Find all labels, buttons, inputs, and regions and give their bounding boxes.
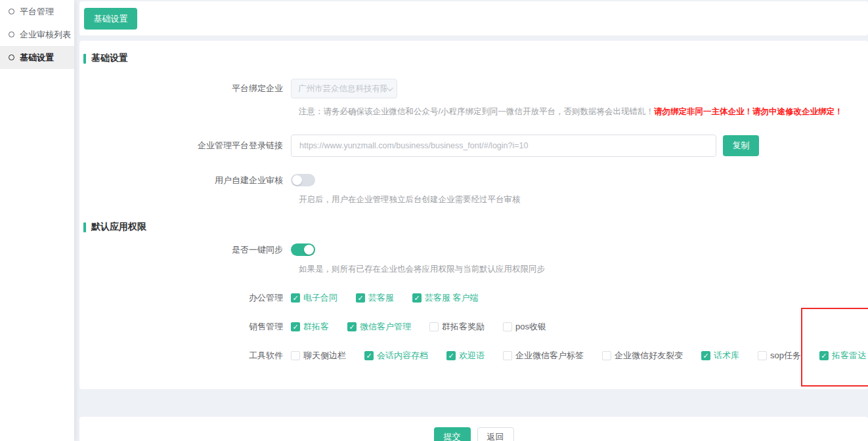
platform-company-label: 平台绑定企业 [83,83,291,94]
section-accent-bar [83,222,86,232]
checkbox-item-customer-radar[interactable]: 拓客雷达 [819,350,866,362]
checkbox-group: 电子合同 芸客服 芸客服 客户端 [291,292,479,304]
footer-action-bar: 提交 返回 [79,417,868,441]
permission-group-label: 办公管理 [83,292,291,304]
platform-company-note: 注意：请务必确保该企业微信和公众号/小程序绑定到同一微信开放平台，否则数据将会出… [299,106,868,117]
checkbox-checked-icon [356,293,365,303]
sidebar-item-enterprise-audit-list[interactable]: 企业审核列表 [0,23,74,46]
checkbox-item[interactable]: 企业微信客户标签 [503,350,584,362]
red-highlight-annotation-box [801,308,868,387]
platform-company-select[interactable]: 广州市芸众信息科技有限公 [291,79,397,98]
checkbox-unchecked-icon [758,351,767,360]
login-link-row: 企业管理平台登录链接 复制 [83,135,868,157]
checkbox-item[interactable]: 聊天侧边栏 [291,350,346,362]
checkbox-label: 群拓客奖励 [442,321,485,333]
permission-group-tools: 工具软件 聊天侧边栏 会话内容存档 欢迎语 企业微信客户标签 [83,350,868,362]
copy-button[interactable]: 复制 [723,135,759,156]
section-title-text: 基础设置 [91,52,128,64]
checkbox-label: 欢迎语 [459,350,485,362]
settings-form-card: 基础设置 平台绑定企业 广州市芸众信息科技有限公 注意：请务必确保该企业微信和公… [79,41,868,389]
checkbox-label: 会话内容存档 [377,350,428,362]
sidebar-item-platform-management[interactable]: 平台管理 [0,0,74,23]
checkbox-checked-icon [819,351,829,360]
checkbox-label: 电子合同 [303,292,337,304]
user-audit-note: 开启后，用户在企业管理独立后台创建企业需要经过平台审核 [299,194,868,205]
checkbox-unchecked-icon [503,351,512,360]
checkbox-unchecked-icon [291,351,300,360]
radio-circle-icon [9,54,14,60]
checkbox-label: 话术库 [714,350,739,362]
permission-group-label: 销售管理 [83,321,291,333]
login-link-label: 企业管理平台登录链接 [83,140,291,152]
radio-circle-icon [9,32,14,37]
sync-label: 是否一键同步 [83,244,291,256]
sidebar-item-label: 平台管理 [20,6,54,18]
checkbox-item[interactable]: sop任务 [758,350,801,362]
user-audit-label: 用户自建企业审核 [83,175,291,186]
toggle-knob [304,245,314,255]
back-button[interactable]: 返回 [477,427,514,441]
checkbox-item[interactable]: 话术库 [701,350,739,362]
checkbox-checked-icon [446,351,456,360]
checkbox-label: 芸客服 客户端 [425,292,479,304]
chevron-down-icon [387,85,393,91]
toggle-knob [292,175,302,185]
user-audit-row: 用户自建企业审核 [83,174,868,186]
note-text: 注意：请务必确保该企业微信和公众号/小程序绑定到同一微信开放平台，否则数据将会出… [299,107,654,116]
sync-row: 是否一键同步 [83,243,868,256]
checkbox-item[interactable]: 会话内容存档 [364,350,428,362]
sidebar-item-label: 基础设置 [20,52,54,64]
checkbox-checked-icon [364,351,374,360]
checkbox-checked-icon [291,293,300,303]
checkbox-label: 微信客户管理 [360,321,411,333]
select-value: 广州市芸众信息科技有限公 [298,83,387,94]
checkbox-item[interactable]: 芸客服 [356,292,394,304]
checkbox-item[interactable]: 微信客户管理 [347,321,411,333]
radio-circle-icon [9,9,14,14]
checkbox-checked-icon [291,322,300,331]
tab-bar-card: 基础设置 [79,1,868,35]
checkbox-group: 聊天侧边栏 会话内容存档 欢迎语 企业微信客户标签 企业微信好友裂变 [291,350,866,362]
permission-group-label: 工具软件 [83,350,291,362]
checkbox-label: pos收银 [515,321,546,333]
note-warning-text: 请勿绑定非同一主体企业！请勿中途修改企业绑定！ [654,107,843,116]
login-link-input[interactable] [291,135,716,157]
checkbox-checked-icon [347,322,357,331]
sidebar-item-label: 企业审核列表 [20,29,71,41]
tab-basic-settings-button[interactable]: 基础设置 [84,8,137,30]
checkbox-group: 群拓客 微信客户管理 群拓客奖励 pos收银 [291,321,546,333]
checkbox-label: 群拓客 [303,321,329,333]
section-accent-bar [83,54,86,64]
checkbox-item[interactable]: 群拓客 [291,321,329,333]
sync-note: 如果是，则所有已存在企业也会将应用权限与当前默认应用权限同步 [299,264,868,275]
main-content: 基础设置 基础设置 平台绑定企业 广州市芸众信息科技有限公 注意：请务必确保该企… [79,0,868,441]
checkbox-label: sop任务 [770,350,801,362]
checkbox-label: 企业微信客户标签 [515,350,584,362]
section-title-default-permissions: 默认应用权限 [83,221,868,233]
checkbox-checked-icon [412,293,422,303]
permission-group-sales: 销售管理 群拓客 微信客户管理 群拓客奖励 pos收银 [83,321,868,333]
checkbox-item[interactable]: 电子合同 [291,292,337,304]
permission-group-office: 办公管理 电子合同 芸客服 芸客服 客户端 [83,292,868,304]
sidebar-item-basic-settings[interactable]: 基础设置 [0,46,74,69]
submit-button[interactable]: 提交 [434,427,471,441]
checkbox-label: 拓客雷达 [832,350,866,362]
checkbox-label: 企业微信好友裂变 [615,350,683,362]
checkbox-item[interactable]: pos收银 [503,321,546,333]
checkbox-label: 聊天侧边栏 [303,350,346,362]
checkbox-item[interactable]: 欢迎语 [446,350,485,362]
checkbox-item[interactable]: 企业微信好友裂变 [602,350,683,362]
sync-toggle[interactable] [291,243,315,256]
sidebar: 平台管理 企业审核列表 基础设置 [0,0,74,441]
checkbox-unchecked-icon [602,351,611,360]
checkbox-item[interactable]: 群拓客奖励 [429,321,485,333]
checkbox-checked-icon [701,351,710,360]
checkbox-unchecked-icon [429,322,439,331]
user-audit-toggle[interactable] [291,174,315,186]
section-title-text: 默认应用权限 [91,221,146,233]
checkbox-unchecked-icon [503,322,512,331]
section-title-basic-settings: 基础设置 [83,52,868,64]
checkbox-label: 芸客服 [368,292,394,304]
platform-company-row: 平台绑定企业 广州市芸众信息科技有限公 [83,79,868,98]
checkbox-item[interactable]: 芸客服 客户端 [412,292,479,304]
